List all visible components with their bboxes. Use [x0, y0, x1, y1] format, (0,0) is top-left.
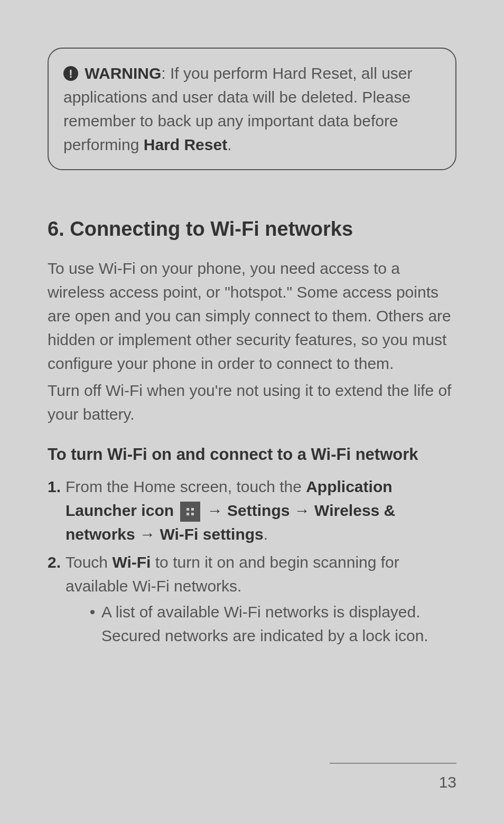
warning-period: .: [227, 136, 231, 153]
warning-paragraph: ! WARNING: If you perform Hard Reset, al…: [63, 61, 441, 156]
step-2-pre: Touch: [66, 553, 112, 571]
step-2: 2. Touch Wi-Fi to turn it on and begin s…: [48, 550, 456, 648]
page-footer: 13: [48, 763, 456, 791]
arrow-2: →: [290, 502, 314, 519]
step-1-settings: Settings: [227, 502, 290, 519]
step-1-period: .: [264, 525, 268, 543]
section-para1: To use Wi-Fi on your phone, you need acc…: [48, 256, 456, 375]
bullet-text: A list of available Wi-Fi networks is di…: [101, 600, 456, 648]
section-heading: 6. Connecting to Wi-Fi networks: [48, 218, 456, 241]
step-1-content: From the Home screen, touch the Applicat…: [66, 475, 456, 546]
step-1-pre: From the Home screen, touch the: [66, 478, 306, 495]
sub-heading: To turn Wi-Fi on and connect to a Wi-Fi …: [48, 445, 456, 464]
arrow-3: →: [135, 525, 160, 543]
footer-divider: [330, 763, 456, 764]
step-1-number: 1.: [48, 475, 66, 546]
bullet-mark: •: [83, 600, 101, 648]
step-1: 1. From the Home screen, touch the Appli…: [48, 475, 456, 546]
step-2-content: Touch Wi-Fi to turn it on and begin scan…: [66, 550, 456, 648]
warning-box: ! WARNING: If you perform Hard Reset, al…: [48, 48, 456, 170]
step-2-number: 2.: [48, 550, 66, 648]
step-1-wifi-settings: Wi-Fi settings: [160, 525, 263, 543]
warning-hard-reset: Hard Reset: [144, 136, 227, 153]
app-launcher-icon: [180, 502, 200, 522]
page-number: 13: [48, 773, 456, 791]
warning-icon: !: [63, 66, 78, 81]
arrow-1: →: [207, 502, 227, 519]
section-para2: Turn off Wi-Fi when you're not using it …: [48, 378, 456, 426]
step-2-bullet: • A list of available Wi-Fi networks is …: [83, 600, 456, 648]
step-2-wifi: Wi-Fi: [112, 553, 151, 571]
warning-label: WARNING: [85, 64, 161, 82]
